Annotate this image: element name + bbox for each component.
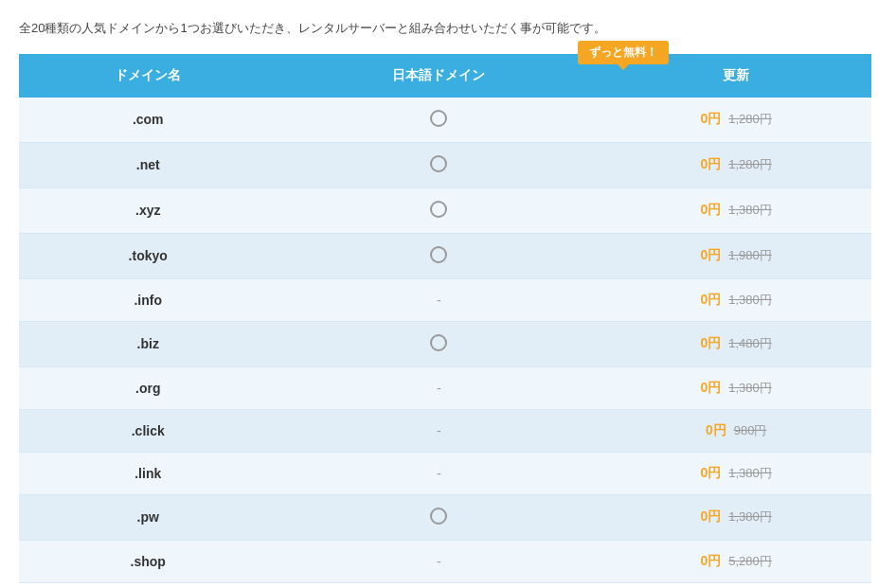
dash-mark: - [437, 554, 441, 569]
circle-icon [430, 155, 447, 172]
circle-icon [430, 110, 447, 127]
cell-renewal: 0円1,980円 [600, 233, 871, 278]
table-row: .net0円1,280円 [19, 142, 871, 187]
cell-domain: .tokyo [19, 233, 277, 278]
cell-domain: .info [19, 278, 277, 321]
cell-renewal: 0円980円 [600, 409, 871, 452]
cell-domain: .click [19, 409, 277, 452]
price-free: 0円 [700, 156, 721, 173]
table-header: ドメイン名 日本語ドメイン 更新 [19, 54, 871, 98]
free-badge: ずっと無料！ [578, 41, 669, 64]
cell-japanese: - [277, 278, 600, 321]
price-original: 1,480円 [728, 335, 772, 352]
table-body: .com0円1,280円.net0円1,280円.xyz0円1,380円.tok… [19, 98, 871, 583]
cell-renewal: 0円1,280円 [600, 142, 871, 187]
table-row: .click-0円980円 [19, 409, 871, 452]
dash-mark: - [437, 293, 441, 308]
cell-domain: .biz [19, 321, 277, 366]
header-domain: ドメイン名 [19, 54, 277, 98]
intro-text: 全20種類の人気ドメインから1つお選びいただき、レンタルサーバーと組み合わせいた… [19, 19, 877, 39]
price-original: 1,380円 [728, 202, 772, 219]
price-original: 980円 [734, 422, 767, 439]
price-original: 1,980円 [728, 247, 772, 264]
price-original: 1,380円 [728, 508, 772, 526]
circle-icon [430, 508, 447, 525]
cell-japanese: - [277, 540, 600, 582]
cell-japanese [277, 321, 600, 366]
cell-japanese [277, 233, 600, 278]
cell-japanese: - [277, 366, 600, 409]
cell-renewal: 0円1,380円 [600, 452, 871, 494]
cell-domain: .shop [19, 540, 277, 582]
price-original: 1,280円 [728, 111, 772, 128]
cell-domain: .pw [19, 494, 277, 540]
cell-japanese: - [277, 452, 600, 494]
price-original: 5,280円 [728, 553, 772, 570]
cell-domain: .net [19, 142, 277, 187]
dash-mark: - [437, 466, 441, 481]
table-row: .tokyo0円1,980円 [19, 233, 871, 278]
cell-japanese [277, 98, 600, 143]
price-free: 0円 [700, 380, 721, 397]
cell-japanese [277, 187, 600, 233]
cell-renewal: 0円5,280円 [600, 540, 871, 582]
price-free: 0円 [700, 465, 721, 482]
table-row: .biz0円1,480円 [19, 321, 871, 366]
table-wrapper: ずっと無料！ ドメイン名 日本語ドメイン 更新 .com0円1,280円.net… [19, 54, 871, 583]
dash-mark: - [437, 423, 441, 438]
price-original: 1,380円 [728, 292, 772, 309]
cell-japanese: - [277, 409, 600, 452]
price-free: 0円 [706, 422, 726, 439]
cell-domain: .com [19, 98, 277, 143]
price-original: 1,380円 [728, 380, 772, 397]
price-free: 0円 [700, 553, 721, 570]
table-row: .org-0円1,380円 [19, 366, 871, 409]
cell-domain: .xyz [19, 187, 277, 233]
circle-icon [430, 246, 447, 263]
cell-japanese [277, 494, 600, 540]
circle-icon [430, 201, 447, 218]
price-free: 0円 [700, 335, 721, 352]
price-free: 0円 [700, 111, 721, 128]
cell-domain: .org [19, 366, 277, 409]
cell-domain: .link [19, 452, 277, 494]
cell-japanese [277, 142, 600, 187]
table-row: .link-0円1,380円 [19, 452, 871, 494]
cell-renewal: 0円1,280円 [600, 98, 871, 143]
circle-icon [430, 334, 447, 351]
cell-renewal: 0円1,380円 [600, 494, 871, 540]
cell-renewal: 0円1,480円 [600, 321, 871, 366]
price-free: 0円 [700, 247, 721, 264]
price-original: 1,380円 [728, 465, 772, 482]
cell-renewal: 0円1,380円 [600, 278, 871, 321]
header-japanese: 日本語ドメイン [277, 54, 600, 98]
price-original: 1,280円 [728, 156, 772, 173]
price-free: 0円 [700, 202, 721, 219]
cell-renewal: 0円1,380円 [600, 366, 871, 409]
table-row: .shop-0円5,280円 [19, 540, 871, 582]
domain-table: ドメイン名 日本語ドメイン 更新 .com0円1,280円.net0円1,280… [19, 54, 871, 583]
cell-renewal: 0円1,380円 [600, 187, 871, 233]
price-free: 0円 [700, 292, 721, 309]
table-row: .info-0円1,380円 [19, 278, 871, 321]
dash-mark: - [437, 381, 441, 396]
header-row: ドメイン名 日本語ドメイン 更新 [19, 54, 871, 98]
table-row: .xyz0円1,380円 [19, 187, 871, 233]
price-free: 0円 [700, 508, 721, 526]
table-row: .com0円1,280円 [19, 98, 871, 143]
table-row: .pw0円1,380円 [19, 494, 871, 540]
